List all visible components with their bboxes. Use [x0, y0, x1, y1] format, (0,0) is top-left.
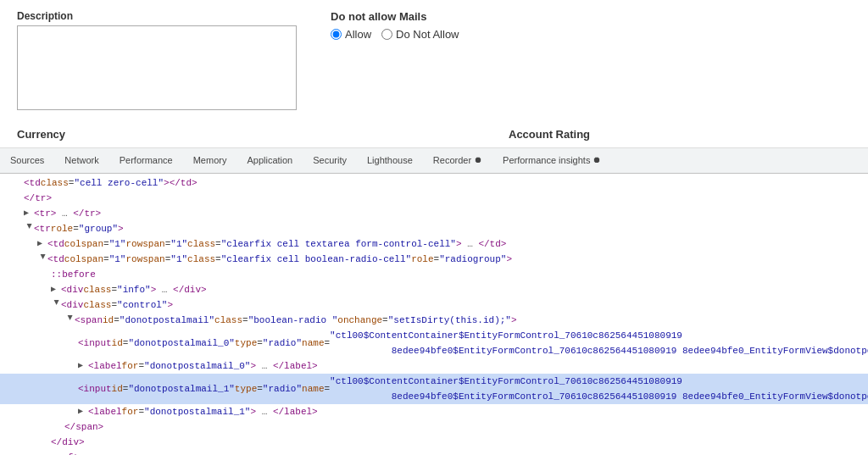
perf-insights-label: Performance insights	[503, 155, 590, 165]
devtools-content[interactable]: <td class="cell zero-cell"></td></tr>▶<t…	[0, 174, 868, 455]
do-not-allow-radio[interactable]	[381, 29, 392, 40]
code-line[interactable]: ::after	[0, 450, 868, 455]
mail-radio-section: Do not allow Mails Allow Do Not Allow	[331, 10, 459, 110]
do-not-allow-option[interactable]: Do Not Allow	[381, 28, 459, 41]
tab-network[interactable]: Network	[54, 148, 108, 173]
perf-insights-icon: ⏺	[593, 155, 601, 164]
code-line[interactable]: <input id="donotpostalmail_0" type="radi…	[0, 328, 868, 358]
code-line[interactable]: <td class="cell zero-cell"></td>	[0, 175, 868, 191]
do-not-allow-label: Do Not Allow	[396, 28, 459, 41]
code-line[interactable]: ▶<label for="donotpostalmail_1"> … </lab…	[0, 404, 868, 419]
recorder-icon: ⏺	[474, 155, 482, 164]
description-field: Description	[17, 10, 297, 110]
account-rating-label: Account Rating	[509, 128, 590, 141]
code-line[interactable]: ▶<span id="donotpostalmail" class="boole…	[0, 313, 868, 328]
code-line[interactable]: ▶<div class="info"> … </div>	[0, 282, 868, 297]
code-line[interactable]: ▶<td colspan="1" rowspan="1" class="clea…	[0, 236, 868, 252]
radio-options: Allow Do Not Allow	[331, 28, 459, 41]
tab-performance[interactable]: Performance	[109, 148, 183, 173]
tab-memory[interactable]: Memory	[183, 148, 237, 173]
code-line[interactable]: ▶<label for="donotpostalmail_0"> … </lab…	[0, 358, 868, 374]
form-area: Description Do not allow Mails Allow Do …	[0, 0, 868, 148]
currency-label: Currency	[17, 128, 65, 141]
code-line[interactable]: <input id="donotpostalmail_1" type="radi…	[0, 374, 868, 404]
code-line[interactable]: ::before	[0, 267, 868, 282]
devtools-tabs: Sources Network Performance Memory Appli…	[0, 148, 868, 174]
code-line[interactable]: </div>	[0, 435, 868, 450]
tab-application[interactable]: Application	[236, 148, 303, 173]
code-line[interactable]: ▶<div class="control">	[0, 297, 868, 313]
tab-performance-insights[interactable]: Performance insights ⏺	[492, 148, 611, 173]
description-label: Description	[17, 10, 297, 22]
code-line[interactable]: ▶<tr> … </tr>	[0, 206, 868, 221]
tab-sources[interactable]: Sources	[0, 148, 54, 173]
recorder-label: Recorder	[433, 155, 471, 165]
tab-security[interactable]: Security	[303, 148, 357, 173]
mail-label: Do not allow Mails	[331, 10, 459, 23]
tab-lighthouse[interactable]: Lighthouse	[357, 148, 423, 173]
tab-recorder[interactable]: Recorder ⏺	[423, 148, 492, 173]
code-line[interactable]: ▶<td colspan="1" rowspan="1" class="clea…	[0, 252, 868, 267]
description-input[interactable]	[17, 25, 297, 110]
code-line[interactable]: </tr>	[0, 191, 868, 206]
allow-label: Allow	[345, 28, 371, 41]
code-line[interactable]: ▶<tr role="group">	[0, 221, 868, 236]
allow-option[interactable]: Allow	[331, 28, 371, 41]
allow-radio[interactable]	[331, 29, 342, 40]
code-line[interactable]: </span>	[0, 419, 868, 435]
